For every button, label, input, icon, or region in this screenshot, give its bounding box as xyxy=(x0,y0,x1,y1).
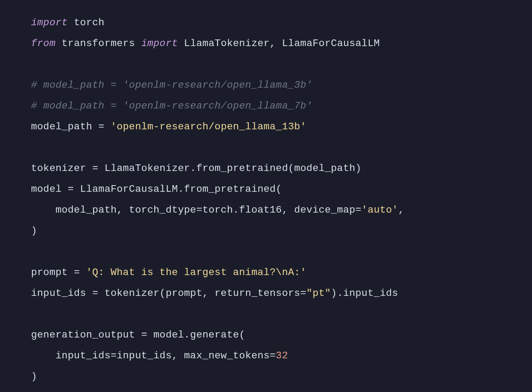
string-literal: "pt" xyxy=(306,287,331,299)
code-line-9: model = LlamaForCausalLM.from_pretrained… xyxy=(31,179,532,200)
code-line-12 xyxy=(31,241,532,262)
code-line-8: tokenizer = LlamaTokenizer.from_pretrain… xyxy=(31,158,532,179)
keyword-from: from xyxy=(31,38,55,49)
code-text: prompt = xyxy=(31,267,86,278)
code-text: torch xyxy=(68,17,105,28)
code-line-15 xyxy=(31,304,532,325)
code-line-17: input_ids=input_ids, max_new_tokens=32 xyxy=(31,345,532,366)
keyword-import: import xyxy=(31,17,68,28)
code-line-6: model_path = 'openlm-research/open_llama… xyxy=(31,116,532,137)
code-text: input_ids = tokenizer(prompt, return_ten… xyxy=(31,287,306,299)
code-text: , xyxy=(398,204,404,216)
code-line-18: ) xyxy=(31,366,532,387)
code-line-11: ) xyxy=(31,221,532,241)
string-literal: 'openlm-research/open_llama_13b' xyxy=(110,121,306,132)
code-text: input_ids=input_ids, max_new_tokens= xyxy=(31,350,276,361)
code-text: LlamaTokenizer, LlamaForCausalLM xyxy=(178,38,379,49)
code-line-13: prompt = 'Q: What is the largest animal?… xyxy=(31,262,532,283)
code-line-4-comment: # model_path = 'openlm-research/open_lla… xyxy=(31,75,532,96)
code-line-16: generation_output = model.generate( xyxy=(31,325,532,345)
keyword-import: import xyxy=(141,38,178,49)
code-line-7 xyxy=(31,137,532,158)
code-line-3 xyxy=(31,54,532,75)
code-text: ).input_ids xyxy=(331,287,398,299)
code-line-2: from transformers import LlamaTokenizer,… xyxy=(31,33,532,54)
number-literal: 32 xyxy=(276,350,288,361)
code-text: model_path, torch_dtype=torch.float16, d… xyxy=(31,204,361,216)
string-literal: 'auto' xyxy=(361,204,398,216)
code-line-14: input_ids = tokenizer(prompt, return_ten… xyxy=(31,283,532,304)
code-line-1: import torch xyxy=(31,12,532,33)
code-text: transformers xyxy=(55,38,141,49)
code-text: model_path = xyxy=(31,121,110,132)
code-line-5-comment: # model_path = 'openlm-research/open_lla… xyxy=(31,96,532,116)
code-block: import torch from transformers import Ll… xyxy=(31,12,532,387)
string-literal: 'Q: What is the largest animal?\nA:' xyxy=(86,267,306,278)
code-line-10: model_path, torch_dtype=torch.float16, d… xyxy=(31,200,532,221)
